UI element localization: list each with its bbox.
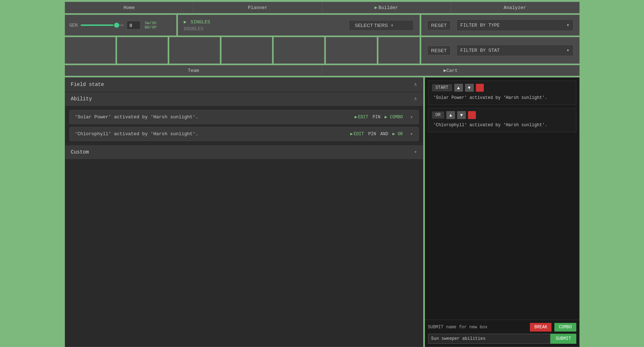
cart-tab[interactable]: ▶ Cart — [322, 65, 579, 76]
left-panel: Field state ∧ Ability ∧ 'Solar Power' ac… — [65, 77, 423, 347]
start-text: 'Solar Power' activated by 'Harsh sunlig… — [432, 94, 572, 102]
nav-home[interactable]: Home — [65, 2, 194, 13]
or-down-button[interactable]: ▼ — [457, 111, 466, 119]
pokemon-slot-5[interactable] — [274, 37, 324, 64]
select-tiers-label: SELECT TIERS — [355, 23, 388, 28]
doubles-label[interactable]: DOUBLES — [184, 26, 210, 32]
gen-slider[interactable] — [81, 24, 124, 26]
filter-type-label: FILTER BY TYPE — [460, 23, 500, 28]
select-tiers-chevron: ▾ — [391, 23, 393, 28]
right-panel: START ▲ ▼ 'Solar Power' activated by 'Ha… — [425, 77, 580, 347]
expand-button-1[interactable]: ▾ — [410, 114, 413, 120]
or-button-2[interactable]: ▶ OR — [392, 131, 403, 137]
field-state-title: Field state — [71, 82, 104, 87]
or-text: 'Chlorophyll' activated by 'Harsh sunlig… — [432, 121, 572, 129]
top-controls: GEN Sw/Sh BD/SP ▶ ▶ SINGLESSINGLES DOUBL… — [65, 15, 580, 36]
pokemon-row: RESET FILTER BY STAT ▾ — [65, 37, 580, 64]
ability-item-1: 'Solar Power' activated by 'Harsh sunlig… — [69, 110, 419, 124]
expand-button-2[interactable]: ▾ — [410, 131, 413, 137]
ability-actions-1: ▶ EDIT PIN ▶ COMBO ▾ — [355, 114, 413, 120]
combo-button-1[interactable]: ▶ COMBO — [385, 114, 403, 120]
gen-number-input[interactable] — [127, 21, 140, 29]
or-up-button[interactable]: ▲ — [446, 111, 455, 119]
analyzer-controls-start: START ▲ ▼ — [432, 84, 572, 92]
pin-button-2[interactable]: PIN — [368, 132, 376, 137]
reset-stat-button[interactable]: RESET — [427, 46, 451, 55]
filter-type-panel: RESET FILTER BY TYPE ▾ — [421, 15, 580, 36]
gen-label: GEN — [69, 23, 78, 28]
gen-bdsp-label: BD/SP — [145, 25, 157, 29]
nav-analyzer-label: Analyzer — [504, 5, 526, 10]
pokemon-slot-wide[interactable] — [378, 37, 420, 64]
ability-header[interactable]: Ability ∧ — [65, 92, 423, 106]
filter-type-select[interactable]: FILTER BY TYPE ▾ — [456, 19, 573, 31]
or-block-label: OR — [432, 111, 444, 119]
select-tiers-button[interactable]: SELECT TIERS ▾ — [349, 20, 414, 31]
team-tab[interactable]: Team — [65, 65, 323, 76]
custom-header[interactable]: Custom ▾ — [65, 145, 423, 159]
or-arrow-2: ▶ — [392, 132, 397, 137]
ability-actions-2: ▶ EDIT PIN AND ▶ OR ▾ — [350, 131, 413, 137]
singles-panel: ▶ ▶ SINGLESSINGLES DOUBLES SELECT TIERS … — [178, 15, 420, 36]
custom-chevron: ▾ — [414, 149, 417, 155]
and-button-2[interactable]: AND — [380, 132, 388, 137]
nav-home-label: Home — [123, 5, 135, 10]
ability-item-2: 'Chlorophyll' activated by 'Harsh sunlig… — [69, 127, 419, 141]
cart-arrow: ▶ — [443, 68, 446, 73]
analyzer-block-start: START ▲ ▼ 'Solar Power' activated by 'Ha… — [428, 81, 576, 105]
ability-title: Ability — [71, 96, 92, 102]
nav-bar: Home Planner ▶ Builder Analyzer — [65, 2, 580, 13]
submit-button[interactable]: SUBMIT — [550, 334, 576, 344]
format-labels: ▶ ▶ SINGLESSINGLES DOUBLES — [184, 19, 210, 32]
filter-stat-panel: RESET FILTER BY STAT ▾ — [421, 37, 580, 64]
pokemon-slots — [65, 37, 377, 64]
analyzer-block-or: OR ▲ ▼ 'Chlorophyll' activated by 'Harsh… — [428, 108, 576, 132]
start-delete-button[interactable] — [476, 84, 484, 92]
nav-planner-label: Planner — [248, 5, 268, 10]
ability-text-2: 'Chlorophyll' activated by 'Harsh sunlig… — [75, 131, 198, 137]
submit-label-row: SUBMIT name for new box BREAK COMBO — [428, 323, 576, 332]
main-content: Field state ∧ Ability ∧ 'Solar Power' ac… — [65, 77, 580, 347]
gen-panel: GEN Sw/Sh BD/SP — [65, 15, 176, 36]
nav-builder[interactable]: ▶ Builder — [322, 2, 451, 13]
submit-area: SUBMIT name for new box BREAK COMBO SUBM… — [425, 320, 579, 347]
pokemon-slot-6[interactable] — [326, 37, 377, 64]
singles-label[interactable]: ▶ ▶ SINGLESSINGLES — [184, 19, 210, 25]
ability-content: 'Solar Power' activated by 'Harsh sunlig… — [65, 106, 423, 145]
gen-side-labels: Sw/Sh BD/SP — [145, 21, 157, 29]
ability-chevron: ∧ — [414, 96, 417, 102]
submit-name-input[interactable] — [428, 334, 551, 344]
nav-analyzer[interactable]: Analyzer — [451, 2, 579, 13]
submit-label-text: SUBMIT name for new box — [428, 325, 527, 330]
start-label: START — [432, 84, 452, 91]
edit-arrow-2: ▶ — [350, 131, 353, 137]
edit-arrow-1: ▶ — [355, 114, 357, 120]
start-down-button[interactable]: ▼ — [465, 84, 474, 92]
combo-arrow-1: ▶ — [385, 115, 390, 120]
edit-button-2[interactable]: ▶ EDIT — [350, 131, 364, 137]
pokemon-slot-2[interactable] — [117, 37, 168, 64]
filter-type-chevron: ▾ — [567, 22, 569, 28]
filter-stat-label: FILTER BY STAT — [460, 48, 500, 53]
pokemon-slot-3[interactable] — [169, 37, 220, 64]
cart-label: Cart — [446, 68, 458, 73]
filter-stat-select[interactable]: FILTER BY STAT ▾ — [456, 45, 573, 56]
gen-swsh-label: Sw/Sh — [145, 21, 157, 25]
or-delete-button[interactable] — [468, 111, 476, 119]
pin-button-1[interactable]: PIN — [373, 115, 380, 120]
field-state-header[interactable]: Field state ∧ — [65, 78, 423, 91]
pokemon-slot-4[interactable] — [221, 37, 272, 64]
filter-stat-chevron: ▾ — [567, 47, 569, 53]
pokemon-slot-1[interactable] — [65, 37, 116, 64]
reset-type-button[interactable]: RESET — [427, 20, 451, 30]
custom-title: Custom — [71, 149, 89, 155]
submit-input-row: SUBMIT — [428, 334, 576, 344]
analyzer-area: START ▲ ▼ 'Solar Power' activated by 'Ha… — [425, 78, 579, 320]
analyzer-controls-or: OR ▲ ▼ — [432, 111, 572, 119]
break-button[interactable]: BREAK — [530, 323, 551, 332]
nav-planner[interactable]: Planner — [194, 2, 322, 13]
edit-button-1[interactable]: ▶ EDIT — [355, 114, 368, 120]
ability-text-1: 'Solar Power' activated by 'Harsh sunlig… — [75, 114, 198, 120]
combo-action-button[interactable]: COMBO — [554, 323, 576, 332]
start-up-button[interactable]: ▲ — [454, 84, 463, 92]
